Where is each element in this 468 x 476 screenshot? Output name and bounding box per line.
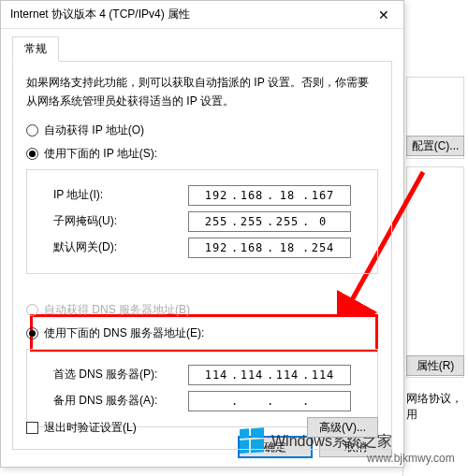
dns-group: 自动获得 DNS 服务器地址(B) 使用下面的 DNS 服务器地址(E): 首选… (26, 302, 378, 427)
mask-oct-3: 255 (272, 215, 302, 228)
radio-manual-dns[interactable] (26, 327, 38, 339)
radio-manual-ip-label: 使用下面的 IP 地址(S): (44, 146, 157, 162)
gw-oct-1: 192 (201, 241, 231, 254)
gateway-input[interactable]: 192. 168. 18. 254 (188, 238, 351, 258)
preferred-dns-input[interactable]: 114. 114. 114. 114 (188, 365, 351, 385)
tab-panel-general: 如果网络支持此功能，则可以获取自动指派的 IP 设置。否则，你需要从网络系统管理… (12, 61, 392, 450)
ip-address-row: IP 地址(I): 192. 168. 18. 167 (38, 185, 366, 206)
alternate-dns-input[interactable]: . . . (188, 391, 351, 411)
advanced-button[interactable]: 高级(V)... (307, 417, 378, 438)
titlebar: Internet 协议版本 4 (TCP/IPv4) 属性 ✕ (1, 1, 403, 29)
parent-group-2 (406, 166, 464, 378)
radio-auto-dns-label: 自动获得 DNS 服务器地址(B) (44, 302, 190, 318)
ip-address-label: IP 地址(I): (38, 187, 188, 203)
properties-button[interactable]: 属性(R) (406, 355, 464, 376)
radio-manual-dns-row[interactable]: 使用下面的 DNS 服务器地址(E): (26, 325, 378, 341)
preferred-dns-label: 首选 DNS 服务器(P): (38, 367, 188, 382)
dialog-title: Internet 协议版本 4 (TCP/IPv4) 属性 (10, 7, 364, 22)
ip-oct-2: 168 (237, 189, 267, 202)
mask-oct-4: 0 (308, 215, 338, 228)
parent-desc-text: 网络协议，用 (406, 391, 466, 423)
pdns-oct-1: 114 (201, 368, 231, 382)
radio-auto-ip-label: 自动获得 IP 地址(O) (44, 123, 144, 138)
radio-manual-ip-row[interactable]: 使用下面的 IP 地址(S): (26, 146, 378, 162)
radio-manual-ip[interactable] (26, 148, 38, 160)
pdns-oct-2: 114 (237, 368, 267, 382)
subnet-mask-label: 子网掩码(U): (38, 213, 188, 229)
watermark-url: www.bjkmwy.com (367, 452, 455, 465)
subnet-mask-input[interactable]: 255. 255. 255. 0 (188, 211, 351, 232)
gw-oct-4: 254 (308, 241, 338, 254)
radio-auto-dns (26, 304, 38, 316)
gw-oct-3: 18 (272, 241, 302, 254)
pdns-oct-4: 114 (308, 368, 338, 382)
alternate-dns-label: 备用 DNS 服务器(A): (38, 393, 188, 409)
preferred-dns-row: 首选 DNS 服务器(P): 114. 114. 114. 114 (38, 365, 366, 385)
validate-checkbox[interactable] (26, 422, 38, 434)
gateway-row: 默认网关(D): 192. 168. 18. 254 (38, 238, 366, 258)
pdns-oct-3: 114 (272, 368, 302, 382)
properties-button-label: 属性(R) (417, 359, 455, 372)
ipv4-properties-dialog: Internet 协议版本 4 (TCP/IPv4) 属性 ✕ 常规 如果网络支… (0, 0, 404, 468)
configure-button[interactable]: 配置(C)... (406, 136, 464, 156)
tab-general-label: 常规 (24, 42, 47, 55)
close-button[interactable]: ✕ (364, 1, 403, 29)
radio-auto-ip[interactable] (26, 124, 38, 137)
tab-general[interactable]: 常规 (12, 36, 59, 62)
ip-oct-1: 192 (201, 189, 231, 202)
tabs: 常规 (12, 36, 392, 62)
validate-checkbox-row[interactable]: 退出时验证设置(L) (26, 420, 137, 436)
dialog-body: 常规 如果网络支持此功能，则可以获取自动指派的 IP 设置。否则，你需要从网络系… (1, 29, 403, 467)
description-text: 如果网络支持此功能，则可以获取自动指派的 IP 设置。否则，你需要从网络系统管理… (26, 73, 378, 111)
radio-auto-ip-row[interactable]: 自动获得 IP 地址(O) (26, 123, 378, 138)
validate-checkbox-label: 退出时验证设置(L) (44, 420, 137, 436)
alternate-dns-row: 备用 DNS 服务器(A): . . . (38, 391, 366, 411)
advanced-button-label: 高级(V)... (319, 421, 366, 434)
mask-oct-1: 255 (201, 215, 231, 228)
gateway-label: 默认网关(D): (38, 239, 188, 255)
ip-fields-group: IP 地址(I): 192. 168. 18. 167 子网掩码(U): 255… (26, 169, 378, 274)
gw-oct-2: 168 (237, 241, 267, 254)
radio-auto-dns-row: 自动获得 DNS 服务器地址(B) (26, 302, 378, 318)
ip-oct-4: 167 (308, 189, 338, 202)
bottom-row: 退出时验证设置(L) 高级(V)... (26, 417, 378, 438)
subnet-mask-row: 子网掩码(U): 255. 255. 255. 0 (38, 211, 366, 232)
mask-oct-2: 255 (237, 215, 267, 228)
dns-fields-group: 首选 DNS 服务器(P): 114. 114. 114. 114 备用 DNS… (26, 349, 378, 427)
close-icon: ✕ (378, 7, 389, 22)
radio-manual-dns-label: 使用下面的 DNS 服务器地址(E): (44, 325, 204, 341)
ip-oct-3: 18 (272, 189, 302, 202)
ip-address-input[interactable]: 192. 168. 18. 167 (188, 185, 351, 206)
ip-group: 自动获得 IP 地址(O) 使用下面的 IP 地址(S): IP 地址(I): … (26, 123, 378, 291)
configure-button-label: 配置(C)... (412, 139, 460, 152)
